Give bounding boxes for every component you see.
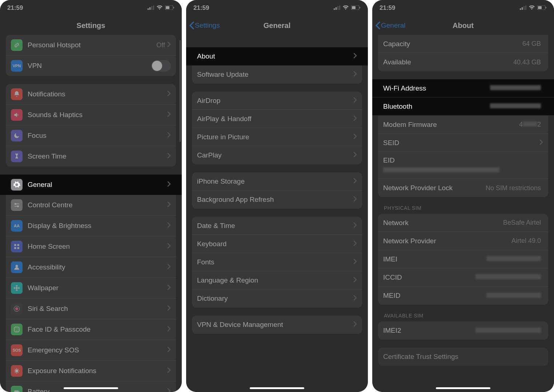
row-label: Accessibility [28, 263, 167, 271]
settings-row[interactable]: AADisplay & Brightness [6, 216, 176, 236]
settings-row[interactable]: AirPlay & Handoff [192, 110, 362, 128]
battery-icon [351, 4, 361, 12]
svg-point-22 [15, 307, 18, 310]
settings-row[interactable]: Picture in Picture [192, 128, 362, 146]
row-label: Language & Region [197, 276, 353, 284]
settings-row[interactable]: Modem Firmware42 [378, 116, 548, 134]
settings-row[interactable]: Personal HotspotOff [6, 35, 176, 56]
settings-row[interactable]: Software Update [192, 65, 362, 84]
settings-row[interactable]: Wallpaper [6, 278, 176, 299]
row-label: Exposure Notifications [28, 367, 167, 375]
settings-row[interactable]: IMEI [378, 250, 548, 268]
page-title: General [264, 21, 290, 30]
settings-row[interactable]: SOSEmergency SOS [6, 340, 176, 361]
settings-row[interactable]: Notifications [6, 84, 176, 105]
chevron-icon [167, 111, 171, 119]
settings-row[interactable]: AirDrop [192, 92, 362, 110]
chevron-icon [353, 295, 357, 302]
settings-row[interactable]: Battery [6, 381, 176, 392]
settings-row[interactable]: Home Screen [6, 236, 176, 257]
chevron-icon [167, 222, 171, 229]
general-row[interactable]: General [0, 175, 182, 195]
settings-row[interactable]: SEID [378, 134, 548, 152]
settings-row[interactable]: Network ProviderAirtel 49.0 [378, 232, 548, 250]
settings-row[interactable]: Wi-Fi Address [372, 79, 554, 97]
status-bar: 21:59 [372, 0, 554, 16]
chevron-icon [167, 388, 171, 392]
certificate-trust-row[interactable]: Certificate Trust Settings [378, 348, 548, 366]
scroll-indicator[interactable] [180, 40, 181, 142]
status-bar: 21:59 [0, 0, 182, 16]
switches-icon [11, 199, 23, 211]
svg-rect-6 [173, 7, 174, 8]
row-value: 64 GB [522, 40, 541, 48]
speaker-icon [11, 109, 23, 121]
settings-row[interactable]: IMEI2 [378, 321, 548, 340]
chevron-icon [353, 97, 357, 104]
settings-row[interactable]: VPN & Device Management [192, 316, 362, 334]
row-value-redacted [490, 84, 541, 92]
link-icon [11, 39, 23, 51]
page-title: About [453, 21, 474, 30]
settings-row[interactable]: NetworkBeSafe Airtel [378, 214, 548, 232]
settings-row[interactable]: Fonts [192, 253, 362, 271]
chevron-icon [167, 367, 171, 375]
svg-rect-8 [14, 204, 19, 204]
row-label: iPhone Storage [197, 177, 353, 185]
settings-row[interactable]: Background App Refresh [192, 191, 362, 209]
back-button[interactable]: Settings [189, 21, 220, 29]
settings-row[interactable]: ICCID [378, 268, 548, 287]
settings-row[interactable]: Capacity64 GB [378, 35, 548, 53]
settings-row[interactable]: Control Centre [6, 195, 176, 216]
settings-row[interactable]: Network Provider LockNo SIM restrictions [378, 179, 548, 197]
settings-row[interactable]: Focus [6, 125, 176, 146]
svg-point-20 [18, 287, 20, 289]
back-label: Settings [195, 21, 220, 29]
svg-rect-12 [17, 244, 19, 246]
gear-icon [11, 179, 23, 191]
row-value-redacted [490, 103, 541, 110]
settings-row[interactable]: Dictionary [192, 289, 362, 308]
svg-rect-37 [522, 7, 523, 10]
settings-row[interactable]: Available40.43 GB [378, 53, 548, 71]
settings-row[interactable]: VPNVPN [6, 56, 176, 76]
row-label: Display & Brightness [28, 222, 167, 230]
settings-row[interactable]: Date & Time [192, 217, 362, 235]
settings-row[interactable]: Bluetooth [372, 97, 554, 116]
toggle[interactable] [151, 60, 171, 72]
battery-icon [165, 4, 174, 12]
settings-row[interactable]: Screen Time [6, 146, 176, 167]
row-label: VPN [28, 62, 151, 70]
chevron-icon [167, 132, 171, 139]
page-title: Settings [77, 21, 105, 30]
row-label: Network Provider Lock [383, 184, 486, 192]
svg-rect-36 [520, 8, 521, 10]
settings-row[interactable]: Language & Region [192, 271, 362, 289]
home-indicator[interactable] [250, 387, 304, 389]
general-screen: 21:59 Settings General About Software Up… [186, 0, 368, 392]
back-button[interactable]: General [375, 21, 406, 29]
settings-row[interactable]: Accessibility [6, 257, 176, 278]
settings-row[interactable]: Siri & Search [6, 299, 176, 319]
moon-icon [11, 130, 23, 141]
settings-row[interactable]: Face ID & Passcode [6, 319, 176, 340]
home-indicator[interactable] [436, 387, 490, 389]
svg-rect-29 [334, 8, 335, 10]
cellular-icon [148, 4, 154, 12]
svg-point-25 [17, 329, 18, 329]
row-label: Control Centre [28, 201, 167, 209]
home-indicator[interactable] [64, 387, 118, 389]
settings-row[interactable]: CarPlay [192, 146, 362, 164]
settings-row[interactable]: MEID [378, 287, 548, 305]
row-label: CarPlay [197, 151, 353, 159]
settings-row[interactable]: iPhone Storage [192, 172, 362, 191]
settings-row[interactable]: Keyboard [192, 235, 362, 253]
about-row[interactable]: About [186, 47, 368, 65]
row-value: 42 [519, 121, 541, 128]
svg-rect-34 [352, 6, 356, 9]
settings-row[interactable]: Sounds & Haptics [6, 105, 176, 125]
AA-icon: AA [11, 220, 23, 232]
settings-row[interactable]: EID [378, 152, 548, 179]
row-label: Background App Refresh [197, 196, 353, 204]
settings-row[interactable]: Exposure Notifications [6, 361, 176, 381]
